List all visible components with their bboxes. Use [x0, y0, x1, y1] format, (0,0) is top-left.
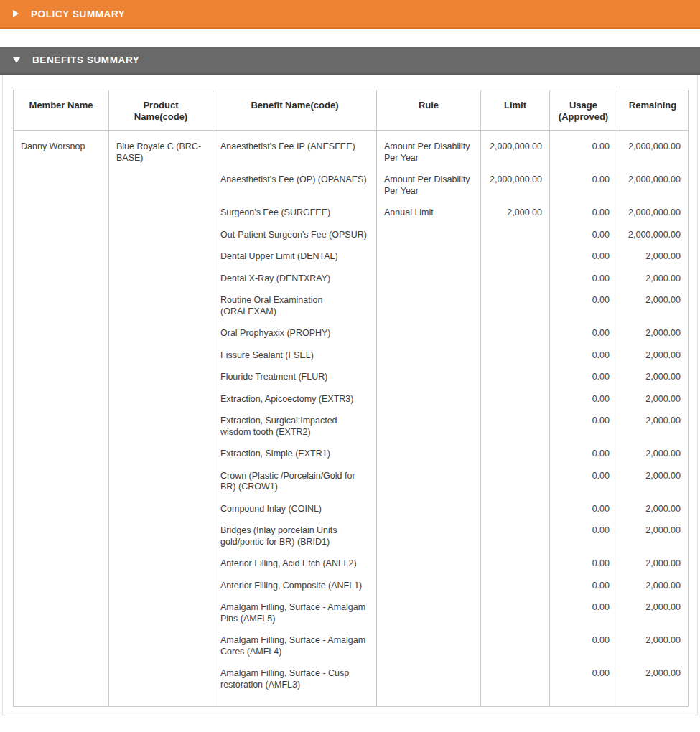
limit-cell	[481, 597, 550, 630]
limit-cell: 2,000,000.00	[481, 131, 550, 170]
limit-cell	[481, 389, 550, 411]
policy-summary-title: POLICY SUMMARY	[31, 9, 125, 19]
usage-approved-cell: 0.00	[550, 202, 617, 225]
usage-approved-cell: 0.00	[550, 553, 617, 576]
column-header-product-name-code: Product Name(code)	[109, 90, 213, 131]
benefit-name-cell: Compound Inlay (COINL)	[213, 499, 377, 521]
rule-cell	[377, 389, 481, 411]
benefits-summary-header[interactable]: BENEFITS SUMMARY	[0, 47, 700, 75]
rule-cell	[377, 553, 481, 576]
remaining-cell: 2,000.00	[617, 466, 689, 499]
usage-approved-cell: 0.00	[550, 520, 617, 553]
rule-cell: Amount Per Disability Per Year	[377, 169, 481, 202]
remaining-cell: 2,000.00	[617, 367, 689, 389]
limit-cell	[481, 630, 550, 663]
remaining-cell: 2,000.00	[617, 246, 689, 268]
benefits-table: Member NameProduct Name(code)Benefit Nam…	[13, 90, 689, 707]
benefit-name-cell: Out-Patient Surgeon's Fee (OPSUR)	[213, 225, 377, 247]
remaining-cell: 2,000.00	[617, 268, 689, 291]
benefit-name-cell: Surgeon's Fee (SURGFEE)	[213, 202, 377, 225]
limit-cell	[481, 553, 550, 576]
table-header-row: Member NameProduct Name(code)Benefit Nam…	[14, 90, 689, 131]
column-header-benefit-name-code: Benefit Name(code)	[213, 90, 377, 131]
limit-cell	[481, 576, 550, 598]
rule-cell	[377, 466, 481, 499]
benefit-name-cell: Bridges (Inlay porcelain Units gold/pont…	[213, 520, 377, 553]
usage-approved-cell: 0.00	[550, 323, 617, 345]
remaining-cell: 2,000,000.00	[617, 131, 689, 170]
limit-cell	[481, 345, 550, 367]
remaining-cell: 2,000.00	[617, 597, 689, 630]
benefit-name-cell: Fissure Sealant (FSEL)	[213, 345, 377, 367]
remaining-cell: 2,000.00	[617, 410, 689, 444]
rule-cell	[377, 499, 481, 521]
column-header-label: Benefit Name(code)	[251, 100, 338, 111]
remaining-cell: 2,000,000.00	[617, 202, 689, 225]
benefit-name-cell: Oral Prophyaxix (PROPHY)	[213, 323, 377, 345]
product-name-cell: Blue Royale C (BRC-BASE)	[109, 131, 213, 707]
limit-cell	[481, 225, 550, 247]
rule-cell	[377, 367, 481, 389]
chevron-down-icon	[13, 57, 20, 63]
column-header-label: Member Name	[29, 100, 93, 111]
benefit-name-cell: Extraction, Surgical:Impacted wisdom too…	[213, 410, 377, 444]
usage-approved-cell: 0.00	[550, 466, 617, 499]
usage-approved-cell: 0.00	[550, 444, 617, 466]
benefit-name-cell: Extraction, Simple (EXTR1)	[213, 444, 377, 466]
rule-cell	[377, 410, 481, 444]
usage-approved-cell: 0.00	[550, 169, 617, 202]
limit-cell	[481, 246, 550, 268]
usage-approved-cell: 0.00	[550, 290, 617, 323]
limit-cell	[481, 410, 550, 444]
column-header-limit: Limit	[481, 90, 550, 131]
remaining-cell: 2,000.00	[617, 444, 689, 466]
policy-summary-header[interactable]: POLICY SUMMARY	[0, 0, 700, 29]
limit-cell: 2,000.00	[481, 202, 550, 225]
benefit-name-cell: Dental X-Ray (DENTXRAY)	[213, 268, 377, 291]
rule-cell	[377, 663, 481, 707]
limit-cell	[481, 268, 550, 291]
rule-cell: Annual Limit	[377, 202, 481, 225]
usage-approved-cell: 0.00	[550, 367, 617, 389]
benefits-summary-title: BENEFITS SUMMARY	[32, 55, 139, 65]
limit-cell	[481, 663, 550, 707]
rule-cell	[377, 576, 481, 598]
usage-approved-cell: 0.00	[550, 225, 617, 247]
usage-approved-cell: 0.00	[550, 268, 617, 291]
column-header-remaining: Remaining	[617, 90, 689, 131]
column-header-label: Product Name(code)	[133, 100, 189, 123]
column-header-label: Remaining	[629, 100, 676, 111]
benefit-name-cell: Amalgam Filling, Surface - Cusp restorat…	[213, 663, 377, 707]
rule-cell	[377, 225, 481, 247]
limit-cell	[481, 499, 550, 521]
usage-approved-cell: 0.00	[550, 576, 617, 598]
page: POLICY SUMMARY BENEFITS SUMMARY Member N…	[0, 0, 700, 732]
remaining-cell: 2,000.00	[617, 630, 689, 663]
column-header-label: Usage (Approved)	[555, 100, 612, 123]
rule-cell: Amount Per Disability Per Year	[377, 131, 481, 170]
limit-cell	[481, 290, 550, 323]
benefit-name-cell: Amalgam Filling, Surface - Amalgam Cores…	[213, 630, 377, 663]
benefit-name-cell: Amalgam Filling, Surface - Amalgam Pins …	[213, 597, 377, 630]
rule-cell	[377, 323, 481, 345]
limit-cell: 2,000,000.00	[481, 169, 550, 202]
benefit-row: Danny WorsnopBlue Royale C (BRC-BASE)Ana…	[14, 131, 689, 170]
rule-cell	[377, 444, 481, 466]
usage-approved-cell: 0.00	[550, 389, 617, 411]
usage-approved-cell: 0.00	[550, 410, 617, 444]
benefit-name-cell: Extraction, Apicoectomy (EXTR3)	[213, 389, 377, 411]
remaining-cell: 2,000.00	[617, 389, 689, 411]
rule-cell	[377, 630, 481, 663]
limit-cell	[481, 444, 550, 466]
rule-cell	[377, 345, 481, 367]
chevron-right-icon	[13, 10, 19, 17]
benefit-name-cell: Anaesthetist's Fee (OP) (OPANAES)	[213, 169, 377, 202]
usage-approved-cell: 0.00	[550, 246, 617, 268]
rule-cell	[377, 268, 481, 291]
remaining-cell: 2,000.00	[617, 520, 689, 553]
limit-cell	[481, 466, 550, 499]
remaining-cell: 2,000.00	[617, 576, 689, 598]
limit-cell	[481, 520, 550, 553]
rule-cell	[377, 290, 481, 323]
member-name-cell: Danny Worsnop	[14, 131, 109, 707]
